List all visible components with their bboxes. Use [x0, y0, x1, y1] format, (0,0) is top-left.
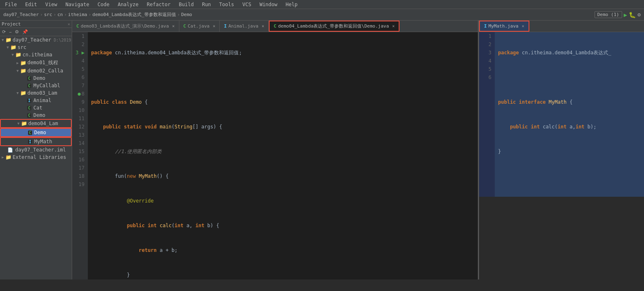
sidebar-item-cat[interactable]: C Cat	[0, 104, 72, 112]
sidebar-item-iml[interactable]: 📄 day07_Teacher.iml	[0, 146, 72, 154]
folder-icon: 📁	[15, 52, 21, 58]
tab-label-demo03: demo03_Lambda表达式_演示\Demo.java	[81, 23, 169, 29]
class-icon: C	[27, 76, 31, 81]
breadcrumb-src[interactable]: src	[44, 12, 52, 17]
menu-edit[interactable]: Edit	[24, 1, 39, 8]
menu-bar: File Edit View Navigate Code Analyze Ref…	[0, 0, 644, 9]
class-icon: C	[27, 106, 31, 110]
left-editor-pane[interactable]: 1 2 3 ▶ 4 5 6 7 ● 8 9 10 11 12 1	[72, 32, 478, 279]
sidebar-item-day07[interactable]: ▼ 📁 day07_Teacher D:\2019	[0, 36, 72, 44]
folder-icon: 📁	[5, 154, 12, 160]
sidebar-item-demo01[interactable]: ▶ 📁 demo01_线程	[0, 58, 72, 67]
breadcrumb-demo[interactable]: Demo	[181, 12, 192, 17]
tab-close-animal[interactable]: ×	[262, 24, 264, 28]
editor-area: C demo03_Lambda表达式_演示\Demo.java × C Cat.…	[72, 21, 644, 279]
folder-icon: 📁	[5, 37, 12, 43]
code-content-left: 1 2 3 ▶ 4 5 6 7 ● 8 9 10 11 12 1	[72, 32, 478, 279]
run-config-select[interactable]: Demo (1)	[595, 11, 622, 18]
iml-icon: 📄	[7, 147, 13, 153]
tab-label-demo04: demo04_Lambda表达式_带参数和返回值\Demo.java	[278, 23, 389, 29]
tab-demo04[interactable]: C demo04_Lambda表达式_带参数和返回值\Demo.java ×	[269, 21, 400, 32]
sidebar-item-src[interactable]: ▼ 📁 src	[0, 44, 72, 51]
sidebar-item-demo02[interactable]: ▼ 📁 demo02_Calla	[0, 67, 72, 74]
line-num-2: 2	[74, 40, 85, 49]
rcode-line-2	[498, 73, 641, 81]
sidebar-project-header: Project ✕	[0, 21, 72, 28]
debug-button[interactable]: 🐛	[629, 12, 636, 18]
settings-sidebar-button[interactable]: ⚙	[14, 29, 20, 35]
menu-run[interactable]: Run	[200, 1, 213, 8]
folder-icon: 📁	[20, 60, 26, 66]
chevron-right-icon: ▶	[16, 61, 19, 65]
menu-refactor[interactable]: Refactor	[145, 1, 172, 8]
sync-button[interactable]: ⟳	[1, 29, 7, 35]
menu-file[interactable]: File	[3, 1, 19, 8]
tab-close-demo04[interactable]: ×	[392, 24, 395, 28]
sidebar-item-animal[interactable]: I Animal	[0, 97, 72, 104]
sidebar-item-demo03[interactable]: ▼ 📁 demo03_Lam	[0, 89, 72, 97]
chevron-down-icon: ▼	[16, 69, 19, 73]
chevron-down-icon: ▼	[12, 53, 14, 57]
sidebar-item-demo-class[interactable]: C Demo	[0, 74, 72, 82]
breadcrumb-itheima[interactable]: itheima	[68, 12, 87, 17]
left-tab-bar: C demo03_Lambda表达式_演示\Demo.java × C Cat.…	[72, 21, 478, 32]
sidebar-label-iml: day07_Teacher.iml	[15, 147, 66, 153]
menu-tools[interactable]: Tools	[218, 1, 236, 8]
settings-button[interactable]: ⚙	[637, 12, 641, 18]
menu-help[interactable]: Help	[284, 1, 299, 8]
pin-button[interactable]: 📌	[21, 29, 29, 35]
line-num-18: 18	[74, 172, 85, 180]
rcode-line-4: public int calc(int a,int b);	[498, 123, 641, 131]
folder-icon: 📁	[20, 90, 26, 96]
rline-num-2: 2	[481, 40, 491, 49]
code-line-8: public int calc(int a, int b) {	[91, 221, 475, 230]
tab-close-cat[interactable]: ×	[213, 24, 215, 28]
line-num-8: ● 8	[74, 90, 85, 98]
sidebar-label-src: src	[17, 44, 26, 50]
tab-close-mymath[interactable]: ×	[522, 24, 524, 28]
menu-build[interactable]: Build	[177, 1, 195, 8]
sidebar-item-cn-itheima[interactable]: ▼ 📁 cn.itheima	[0, 51, 72, 58]
sidebar-title: Project	[2, 21, 21, 27]
collapse-button[interactable]: −	[8, 29, 13, 35]
menu-vcs[interactable]: VCS	[241, 1, 253, 8]
line-num-17: 17	[74, 164, 85, 172]
breadcrumb-demo04[interactable]: demo04_Lambda表达式_带参数和返回值	[92, 12, 176, 18]
sidebar-label-ext-libs: External Libraries	[12, 154, 66, 160]
run-button[interactable]: ▶	[624, 12, 627, 18]
class-icon: C	[27, 84, 31, 88]
sidebar-collapse-icon[interactable]: ✕	[68, 22, 70, 26]
sidebar-item-demo04[interactable]: ▼ 📁 demo04_Lam	[0, 119, 72, 128]
folder-icon: 📁	[20, 68, 26, 74]
folder-icon: 📁	[10, 44, 16, 50]
breadcrumb-project[interactable]: day07_Teacher	[3, 12, 39, 17]
sidebar-toolbar: ⟳ − ⚙ 📌	[0, 28, 72, 36]
sidebar-item-demo-lam[interactable]: C Demo	[0, 112, 72, 119]
menu-window[interactable]: Window	[258, 1, 279, 8]
sidebar-item-mymath[interactable]: I MyMath	[0, 137, 72, 146]
tab-close-demo03[interactable]: ×	[172, 24, 175, 28]
right-editor-pane[interactable]: 1 2 3 4 5 6 package cn.itheima.demo04_La…	[479, 32, 644, 197]
menu-code[interactable]: Code	[96, 1, 111, 8]
code-line-6: fun(new MyMath() {	[91, 172, 475, 180]
tab-cat[interactable]: C Cat.java ×	[179, 21, 220, 32]
class-icon: C	[27, 113, 31, 118]
chevron-right-icon: ▶	[2, 155, 4, 159]
chevron-down-icon: ▼	[7, 45, 9, 49]
chevron-down-icon: ▼	[2, 38, 4, 42]
rcode-line-1: package cn.itheima.demo04_Lambda表达式_	[498, 49, 641, 57]
menu-analyze[interactable]: Analyze	[116, 1, 140, 8]
folder-icon: 📁	[21, 121, 27, 126]
breadcrumb-cn[interactable]: cn	[57, 12, 63, 17]
tab-animal[interactable]: I Animal.java ×	[220, 21, 269, 32]
sidebar-item-ext-libs[interactable]: ▶ 📁 External Libraries	[0, 154, 72, 161]
line-num-10: 10	[74, 106, 85, 114]
tab-demo03[interactable]: C demo03_Lambda表达式_演示\Demo.java ×	[72, 21, 179, 32]
line-num-13: 13	[74, 131, 85, 139]
sidebar-item-demo-selected[interactable]: C Demo	[0, 128, 72, 137]
sidebar-item-mycallabl[interactable]: C MyCallabl	[0, 82, 72, 89]
chevron-down-icon: ▼	[17, 121, 19, 126]
menu-navigate[interactable]: Navigate	[64, 1, 91, 8]
tab-mymath[interactable]: I MyMath.java ×	[479, 21, 529, 32]
menu-view[interactable]: View	[44, 1, 59, 8]
